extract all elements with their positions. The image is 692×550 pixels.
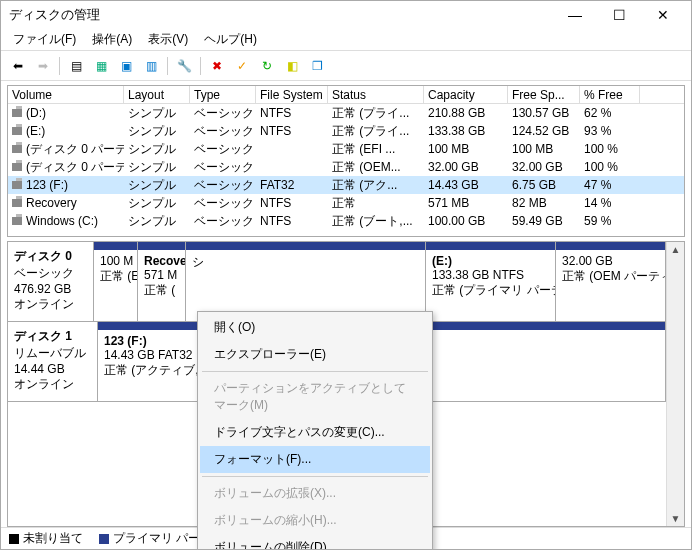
volume-row[interactable]: (ディスク 0 パーティショ...シンプルベーシック正常 (EFI ...100…	[8, 140, 684, 158]
col-type[interactable]: Type	[190, 86, 256, 104]
partition[interactable]: 32.00 GB正常 (OEM パーティシ	[556, 242, 666, 321]
forward-icon[interactable]: ➡	[32, 55, 54, 77]
menubar: ファイル(F) 操作(A) 表示(V) ヘルプ(H)	[1, 29, 691, 51]
back-icon[interactable]: ⬅	[7, 55, 29, 77]
col-free[interactable]: Free Sp...	[508, 86, 580, 104]
scrollbar[interactable]: ▲ ▼	[666, 242, 684, 526]
ctx-explorer[interactable]: エクスプローラー(E)	[200, 341, 430, 368]
window-title: ディスクの管理	[7, 6, 553, 24]
volume-row[interactable]: (ディスク 0 パーティショ...シンプルベーシック正常 (OEM...32.0…	[8, 158, 684, 176]
col-status[interactable]: Status	[328, 86, 424, 104]
close-button[interactable]: ✕	[641, 1, 685, 29]
volume-row[interactable]: Windows (C:)シンプルベーシックNTFS正常 (ブート,...100.…	[8, 212, 684, 230]
disk-row-0: ディスク 0 ベーシック 476.92 GB オンライン 100 M正常 (ER…	[8, 242, 666, 322]
volume-list-header: Volume Layout Type File System Status Ca…	[8, 86, 684, 104]
menu-view[interactable]: 表示(V)	[140, 29, 196, 50]
partition[interactable]: (E:)133.38 GB NTFS正常 (プライマリ パーティシ	[426, 242, 556, 321]
scroll-down-icon[interactable]: ▼	[667, 511, 684, 526]
maximize-button[interactable]: ☐	[597, 1, 641, 29]
ctx-format[interactable]: フォーマット(F)...	[200, 446, 430, 473]
volume-row[interactable]: (E:)シンプルベーシックNTFS正常 (プライ...133.38 GB124.…	[8, 122, 684, 140]
toolbar-icon-2[interactable]: ▦	[90, 55, 112, 77]
volume-row[interactable]: (D:)シンプルベーシックNTFS正常 (プライ...210.88 GB130.…	[8, 104, 684, 122]
ctx-delete[interactable]: ボリュームの削除(D)...	[200, 534, 430, 550]
ctx-mark-active: パーティションをアクティブとしてマーク(M)	[200, 375, 430, 419]
ctx-extend: ボリュームの拡張(X)...	[200, 480, 430, 507]
menu-action[interactable]: 操作(A)	[84, 29, 140, 50]
check-icon[interactable]: ✓	[231, 55, 253, 77]
minimize-button[interactable]: —	[553, 1, 597, 29]
volume-row[interactable]: 123 (F:)シンプルベーシックFAT32正常 (アク...14.43 GB6…	[8, 176, 684, 194]
disk-header-0[interactable]: ディスク 0 ベーシック 476.92 GB オンライン	[8, 242, 94, 321]
menu-file[interactable]: ファイル(F)	[5, 29, 84, 50]
disk-header-1[interactable]: ディスク 1 リムーバブル 14.44 GB オンライン	[8, 322, 98, 401]
legend-primary-swatch	[99, 534, 109, 544]
ctx-open[interactable]: 開く(O)	[200, 314, 430, 341]
toolbar-icon-5[interactable]: ◧	[281, 55, 303, 77]
volume-row[interactable]: RecoveryシンプルベーシックNTFS正常571 MB82 MB14 %	[8, 194, 684, 212]
toolbar-icon-1[interactable]: ▤	[65, 55, 87, 77]
partition[interactable]: 100 M正常 (E	[94, 242, 138, 321]
toolbar-icon-6[interactable]: ❐	[306, 55, 328, 77]
rescan-icon[interactable]: ↻	[256, 55, 278, 77]
col-layout[interactable]: Layout	[124, 86, 190, 104]
col-fs[interactable]: File System	[256, 86, 328, 104]
col-volume[interactable]: Volume	[8, 86, 124, 104]
properties-icon[interactable]: 🔧	[173, 55, 195, 77]
toolbar-icon-4[interactable]: ▥	[140, 55, 162, 77]
delete-icon[interactable]: ✖	[206, 55, 228, 77]
volume-list: Volume Layout Type File System Status Ca…	[7, 85, 685, 237]
scroll-up-icon[interactable]: ▲	[667, 242, 684, 257]
menu-help[interactable]: ヘルプ(H)	[196, 29, 265, 50]
legend-unallocated-swatch	[9, 534, 19, 544]
toolbar: ⬅ ➡ ▤ ▦ ▣ ▥ 🔧 ✖ ✓ ↻ ◧ ❐	[1, 51, 691, 81]
partition[interactable]: シ	[186, 242, 426, 321]
ctx-change-drive-letter[interactable]: ドライブ文字とパスの変更(C)...	[200, 419, 430, 446]
context-menu: 開く(O) エクスプローラー(E) パーティションをアクティブとしてマーク(M)…	[197, 311, 433, 550]
ctx-shrink: ボリュームの縮小(H)...	[200, 507, 430, 534]
toolbar-icon-3[interactable]: ▣	[115, 55, 137, 77]
partition[interactable]: Recove571 M正常 (	[138, 242, 186, 321]
col-pct[interactable]: % Free	[580, 86, 640, 104]
titlebar: ディスクの管理 — ☐ ✕	[1, 1, 691, 29]
col-capacity[interactable]: Capacity	[424, 86, 508, 104]
